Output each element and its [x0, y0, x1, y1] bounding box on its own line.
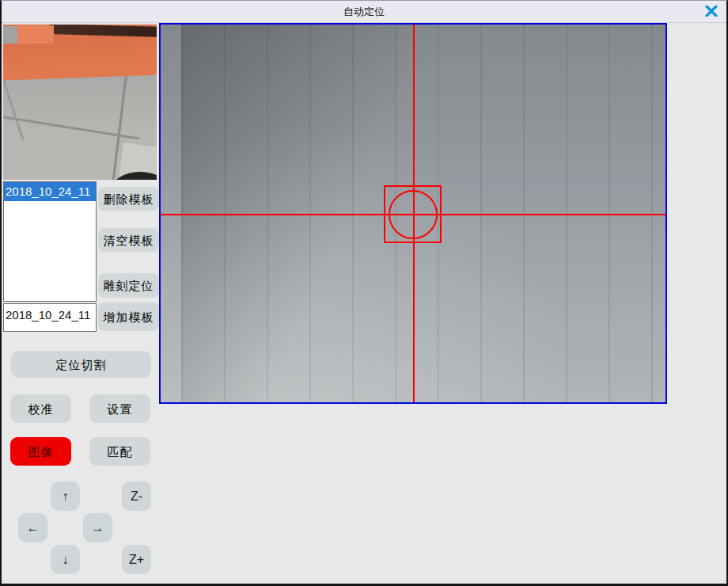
match-button[interactable]: 匹配	[89, 437, 150, 466]
close-icon	[705, 6, 718, 19]
delete-template-button[interactable]: 删除模板	[98, 187, 159, 211]
jog-up-button[interactable]: ↑	[51, 481, 80, 511]
image-button-active[interactable]: 图像	[10, 437, 71, 466]
engrave-position-button[interactable]: 雕刻定位	[98, 273, 159, 298]
grey-corner-patch	[3, 26, 17, 44]
orange-board-highlight	[14, 25, 54, 44]
template-name-input[interactable]	[3, 303, 97, 332]
window-title: 自动定位	[2, 1, 726, 23]
tile-grout-line	[3, 74, 25, 141]
template-list[interactable]: 2018_10_24_11	[3, 181, 97, 302]
auto-position-window: 自动定位 2018_10_24_11 删除模板 清空模板 雕刻定位 增加模板	[0, 0, 728, 586]
template-thumbnail	[3, 25, 157, 180]
settings-button[interactable]: 设置	[89, 394, 150, 423]
camera-view	[159, 23, 667, 404]
position-cut-button[interactable]: 定位切割	[11, 351, 151, 378]
clear-templates-button[interactable]: 清空模板	[98, 228, 159, 252]
target-circle	[389, 190, 438, 239]
jog-z-minus-button[interactable]: Z-	[122, 481, 151, 511]
list-item[interactable]: 2018_10_24_11	[4, 182, 96, 201]
dark-object	[111, 172, 157, 180]
calibrate-button[interactable]: 校准	[10, 394, 71, 423]
jog-down-button[interactable]: ↓	[51, 545, 80, 574]
add-template-button[interactable]: 增加模板	[98, 303, 159, 331]
close-button[interactable]	[701, 2, 722, 21]
title-bar[interactable]: 自动定位	[2, 1, 726, 23]
jog-z-plus-button[interactable]: Z+	[122, 545, 151, 574]
jog-left-button[interactable]: ←	[18, 513, 47, 542]
jog-right-button[interactable]: →	[83, 513, 112, 542]
